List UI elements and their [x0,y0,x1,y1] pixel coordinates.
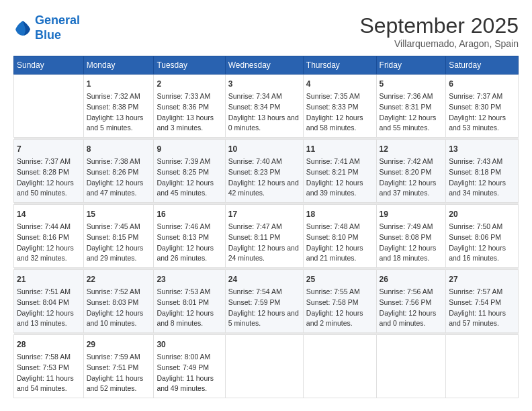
day-number: 2 [157,78,222,90]
calendar-cell: 21Sunrise: 7:51 AMSunset: 8:04 PMDayligh… [14,270,84,333]
day-number: 14 [17,208,81,220]
day-info: Sunrise: 7:57 AMSunset: 7:54 PMDaylight:… [449,287,515,329]
week-row-2: 7Sunrise: 7:37 AMSunset: 8:28 PMDaylight… [14,140,519,203]
day-info: Sunrise: 7:55 AMSunset: 7:58 PMDaylight:… [306,287,373,329]
day-number: 19 [380,208,443,220]
logo-text-block: General Blue [35,13,80,42]
day-info: Sunrise: 7:53 AMSunset: 8:01 PMDaylight:… [157,287,222,329]
calendar-cell: 24Sunrise: 7:54 AMSunset: 7:59 PMDayligh… [225,270,303,333]
calendar-cell [225,335,303,398]
day-number: 11 [306,143,373,155]
calendar-cell: 29Sunrise: 7:59 AMSunset: 7:51 PMDayligh… [83,335,154,398]
day-info: Sunrise: 7:44 AMSunset: 8:16 PMDaylight:… [17,222,81,264]
day-number: 29 [87,338,151,351]
day-number: 24 [228,273,300,285]
day-number: 20 [449,208,515,220]
day-info: Sunrise: 7:56 AMSunset: 7:56 PMDaylight:… [380,287,443,329]
calendar-cell: 19Sunrise: 7:49 AMSunset: 8:08 PMDayligh… [376,205,446,268]
calendar-cell: 12Sunrise: 7:42 AMSunset: 8:20 PMDayligh… [376,140,446,203]
calendar-cell: 9Sunrise: 7:39 AMSunset: 8:25 PMDaylight… [154,140,225,203]
calendar-cell: 25Sunrise: 7:55 AMSunset: 7:58 PMDayligh… [303,270,376,333]
day-number: 17 [228,208,300,220]
day-number: 1 [87,78,151,90]
day-number: 21 [17,273,81,285]
calendar-cell: 3Sunrise: 7:34 AMSunset: 8:34 PMDaylight… [225,75,303,138]
day-number: 27 [449,273,515,285]
month-title: September 2025 [359,13,519,38]
day-number: 3 [228,78,300,90]
calendar-cell [303,335,376,398]
calendar-cell: 4Sunrise: 7:35 AMSunset: 8:33 PMDaylight… [303,75,376,138]
day-info: Sunrise: 7:37 AMSunset: 8:30 PMDaylight:… [449,91,515,134]
calendar-cell: 6Sunrise: 7:37 AMSunset: 8:30 PMDaylight… [446,75,519,138]
calendar-cell: 15Sunrise: 7:45 AMSunset: 8:15 PMDayligh… [83,205,154,268]
calendar-cell [14,75,84,138]
day-number: 25 [306,273,373,285]
day-info: Sunrise: 7:48 AMSunset: 8:10 PMDaylight:… [306,222,373,264]
week-row-3: 14Sunrise: 7:44 AMSunset: 8:16 PMDayligh… [14,205,519,268]
location: Villarquemado, Aragon, Spain [359,38,519,49]
logo-general: General [35,13,80,27]
day-number: 28 [17,338,81,351]
day-info: Sunrise: 7:36 AMSunset: 8:31 PMDaylight:… [380,91,443,134]
day-info: Sunrise: 7:41 AMSunset: 8:21 PMDaylight:… [306,156,373,199]
calendar-cell [446,335,519,398]
calendar-cell: 5Sunrise: 7:36 AMSunset: 8:31 PMDaylight… [376,75,446,138]
day-info: Sunrise: 7:50 AMSunset: 8:06 PMDaylight:… [449,222,515,264]
day-info: Sunrise: 7:47 AMSunset: 8:11 PMDaylight:… [228,222,300,264]
calendar-cell: 14Sunrise: 7:44 AMSunset: 8:16 PMDayligh… [14,205,84,268]
day-info: Sunrise: 7:42 AMSunset: 8:20 PMDaylight:… [380,156,443,199]
col-header-friday: Friday [376,56,446,75]
day-number: 13 [449,143,515,155]
day-info: Sunrise: 7:58 AMSunset: 7:53 PMDaylight:… [17,352,81,394]
day-info: Sunrise: 7:49 AMSunset: 8:08 PMDaylight:… [380,222,443,264]
calendar-cell: 30Sunrise: 8:00 AMSunset: 7:49 PMDayligh… [154,335,225,398]
day-number: 18 [306,208,373,220]
calendar-cell: 8Sunrise: 7:38 AMSunset: 8:26 PMDaylight… [83,140,154,203]
calendar-cell: 2Sunrise: 7:33 AMSunset: 8:36 PMDaylight… [154,75,225,138]
page-header: General Blue September 2025 Villarquemad… [13,13,519,49]
logo-blue: Blue [35,28,61,42]
col-header-thursday: Thursday [303,56,376,75]
logo: General Blue [13,13,80,42]
day-info: Sunrise: 7:40 AMSunset: 8:23 PMDaylight:… [228,156,300,199]
day-info: Sunrise: 7:35 AMSunset: 8:33 PMDaylight:… [306,91,373,134]
calendar-cell: 10Sunrise: 7:40 AMSunset: 8:23 PMDayligh… [225,140,303,203]
col-header-sunday: Sunday [14,56,84,75]
day-info: Sunrise: 7:52 AMSunset: 8:03 PMDaylight:… [87,287,151,329]
day-number: 16 [157,208,222,220]
day-info: Sunrise: 7:54 AMSunset: 7:59 PMDaylight:… [228,287,300,329]
day-info: Sunrise: 7:46 AMSunset: 8:13 PMDaylight:… [157,222,222,264]
day-info: Sunrise: 7:37 AMSunset: 8:28 PMDaylight:… [17,156,81,199]
day-number: 10 [228,143,300,155]
calendar-header-row: SundayMondayTuesdayWednesdayThursdayFrid… [14,56,519,75]
calendar-cell [376,335,446,398]
calendar-table: SundayMondayTuesdayWednesdayThursdayFrid… [13,56,519,398]
week-row-5: 28Sunrise: 7:58 AMSunset: 7:53 PMDayligh… [14,335,519,398]
day-number: 12 [380,143,443,155]
col-header-wednesday: Wednesday [225,56,303,75]
day-info: Sunrise: 7:45 AMSunset: 8:15 PMDaylight:… [87,222,151,264]
day-number: 22 [87,273,151,285]
title-block: September 2025 Villarquemado, Aragon, Sp… [359,13,519,49]
day-number: 7 [17,143,81,155]
day-info: Sunrise: 7:38 AMSunset: 8:26 PMDaylight:… [87,156,151,199]
col-header-saturday: Saturday [446,56,519,75]
day-number: 15 [87,208,151,220]
calendar-cell: 26Sunrise: 7:56 AMSunset: 7:56 PMDayligh… [376,270,446,333]
week-row-4: 21Sunrise: 7:51 AMSunset: 8:04 PMDayligh… [14,270,519,333]
day-number: 5 [380,78,443,90]
day-info: Sunrise: 7:51 AMSunset: 8:04 PMDaylight:… [17,287,81,329]
calendar-cell: 20Sunrise: 7:50 AMSunset: 8:06 PMDayligh… [446,205,519,268]
logo-icon [13,19,32,38]
week-row-1: 1Sunrise: 7:32 AMSunset: 8:38 PMDaylight… [14,75,519,138]
calendar-cell: 23Sunrise: 7:53 AMSunset: 8:01 PMDayligh… [154,270,225,333]
day-info: Sunrise: 8:00 AMSunset: 7:49 PMDaylight:… [157,352,222,394]
calendar-cell: 16Sunrise: 7:46 AMSunset: 8:13 PMDayligh… [154,205,225,268]
calendar-cell: 18Sunrise: 7:48 AMSunset: 8:10 PMDayligh… [303,205,376,268]
day-number: 23 [157,273,222,285]
day-info: Sunrise: 7:59 AMSunset: 7:51 PMDaylight:… [87,352,151,394]
day-info: Sunrise: 7:32 AMSunset: 8:38 PMDaylight:… [87,91,151,134]
calendar-cell: 13Sunrise: 7:43 AMSunset: 8:18 PMDayligh… [446,140,519,203]
calendar-cell: 28Sunrise: 7:58 AMSunset: 7:53 PMDayligh… [14,335,84,398]
